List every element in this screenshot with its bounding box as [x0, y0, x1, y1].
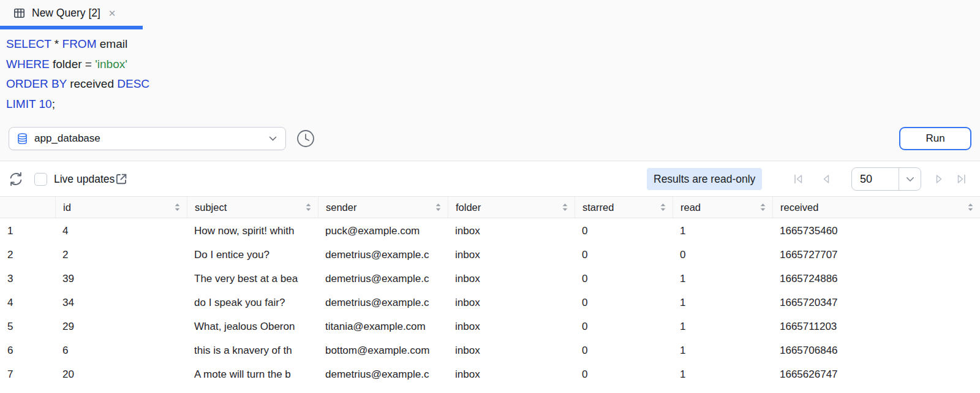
database-query-window: New Query [2] ✕ SELECT * FROM emailWHERE…	[0, 0, 980, 393]
cell-folder[interactable]: inbox	[448, 243, 575, 267]
row-number[interactable]: 1	[0, 219, 55, 243]
cell-subject[interactable]: A mote will turn the b	[187, 362, 318, 386]
row-number[interactable]: 5	[0, 315, 55, 338]
column-header-read[interactable]: read	[673, 197, 772, 218]
sort-icon	[967, 203, 974, 212]
cell-read[interactable]: 1	[673, 338, 772, 362]
sql-line: ORDER BY received DESC	[6, 74, 680, 94]
page-size-selector[interactable]: 50	[851, 167, 921, 191]
cell-read[interactable]: 1	[673, 267, 772, 291]
cell-received[interactable]: 1665720347	[772, 291, 980, 315]
cell-starred[interactable]: 0	[575, 291, 673, 315]
cell-id[interactable]: 34	[55, 291, 187, 315]
column-header-starred[interactable]: starred	[575, 197, 673, 218]
sort-icon	[434, 203, 442, 212]
sort-icon	[759, 203, 767, 212]
cell-sender[interactable]: puck@example.com	[318, 219, 448, 243]
cell-subject[interactable]: this is a knavery of th	[187, 338, 318, 362]
cell-starred[interactable]: 0	[575, 362, 673, 386]
column-header-folder[interactable]: folder	[448, 197, 575, 218]
cell-id[interactable]: 20	[55, 362, 187, 386]
run-query-button[interactable]: Run	[899, 127, 971, 150]
next-page-icon[interactable]	[932, 172, 946, 186]
cell-starred[interactable]: 0	[575, 219, 673, 243]
cell-subject[interactable]: do I speak you fair?	[187, 291, 318, 315]
row-number[interactable]: 6	[0, 338, 55, 362]
active-tab-indicator	[0, 26, 143, 29]
cell-id[interactable]: 29	[55, 315, 187, 338]
open-in-new-window-icon[interactable]	[114, 172, 129, 186]
cell-folder[interactable]: inbox	[448, 291, 575, 315]
query-section: New Query [2] ✕ SELECT * FROM emailWHERE…	[0, 0, 980, 161]
cell-sender[interactable]: demetrius@example.c	[318, 362, 448, 386]
cell-starred[interactable]: 0	[575, 338, 673, 362]
live-updates-label: Live updates	[54, 173, 115, 186]
database-selector[interactable]: app_database	[9, 127, 286, 150]
tab-new-query[interactable]: New Query [2] ✕	[0, 0, 143, 29]
cell-subject[interactable]: The very best at a bea	[187, 267, 318, 291]
selected-database-name: app_database	[34, 132, 269, 145]
table-header-row: idsubjectsenderfolderstarredreadreceived	[0, 196, 980, 218]
column-header-received[interactable]: received	[772, 197, 980, 218]
cell-read[interactable]: 1	[673, 291, 772, 315]
cell-subject[interactable]: Do I entice you?	[187, 243, 318, 267]
cell-received[interactable]: 1665706846	[772, 338, 980, 362]
cell-sender[interactable]: demetrius@example.c	[318, 291, 448, 315]
row-number[interactable]: 7	[0, 362, 55, 386]
tab-bar: New Query [2] ✕	[0, 0, 980, 29]
sql-editor[interactable]: SELECT * FROM emailWHERE folder = 'inbox…	[6, 34, 680, 114]
refresh-icon[interactable]	[8, 171, 24, 187]
cell-folder[interactable]: inbox	[448, 362, 575, 386]
table-row: 720A mote will turn the bdemetrius@examp…	[0, 362, 980, 386]
sql-line: SELECT * FROM email	[6, 34, 680, 55]
query-history-button[interactable]	[296, 129, 315, 148]
cell-read[interactable]: 1	[673, 219, 772, 243]
cell-sender[interactable]: demetrius@example.c	[318, 267, 448, 291]
row-number[interactable]: 3	[0, 267, 55, 291]
column-label: folder	[456, 202, 481, 213]
sql-line: WHERE folder = 'inbox'	[6, 55, 680, 75]
cell-sender[interactable]: demetrius@example.c	[318, 243, 448, 267]
previous-page-icon[interactable]	[820, 172, 833, 186]
cell-id[interactable]: 4	[55, 219, 187, 243]
cell-sender[interactable]: titania@example.com	[318, 315, 448, 338]
cell-received[interactable]: 1665626747	[772, 362, 980, 386]
cell-subject[interactable]: What, jealous Oberon	[187, 315, 318, 338]
column-header-sender[interactable]: sender	[318, 197, 448, 218]
cell-sender[interactable]: bottom@example.com	[318, 338, 448, 362]
live-updates-toggle[interactable]: Live updates	[34, 161, 115, 197]
cell-received[interactable]: 1665727707	[772, 243, 980, 267]
cell-id[interactable]: 6	[55, 338, 187, 362]
last-page-icon[interactable]	[955, 172, 968, 186]
column-header-id[interactable]: id	[55, 197, 187, 218]
cell-starred[interactable]: 0	[575, 267, 673, 291]
cell-folder[interactable]: inbox	[448, 315, 575, 338]
cell-received[interactable]: 1665735460	[772, 219, 980, 243]
table-row: 14How now, spirit! whithpuck@example.com…	[0, 219, 980, 243]
table-grid-icon	[12, 6, 26, 20]
cell-received[interactable]: 1665711203	[772, 315, 980, 338]
live-updates-checkbox[interactable]	[34, 173, 47, 186]
table-row: 22Do I entice you?demetrius@example.cinb…	[0, 243, 980, 267]
chevron-down-icon[interactable]	[899, 168, 921, 190]
row-number-header[interactable]	[0, 197, 55, 218]
sort-icon	[304, 203, 312, 212]
column-header-subject[interactable]: subject	[187, 197, 318, 218]
cell-read[interactable]: 1	[673, 362, 772, 386]
close-icon[interactable]: ✕	[108, 9, 116, 18]
cell-subject[interactable]: How now, spirit! whith	[187, 219, 318, 243]
cell-received[interactable]: 1665724886	[772, 267, 980, 291]
cell-folder[interactable]: inbox	[448, 338, 575, 362]
cell-folder[interactable]: inbox	[448, 267, 575, 291]
row-number[interactable]: 4	[0, 291, 55, 315]
table-row: 529What, jealous Oberontitania@example.c…	[0, 315, 980, 338]
cell-folder[interactable]: inbox	[448, 219, 575, 243]
first-page-icon[interactable]	[791, 172, 805, 186]
cell-id[interactable]: 2	[55, 243, 187, 267]
cell-starred[interactable]: 0	[575, 315, 673, 338]
cell-read[interactable]: 0	[673, 243, 772, 267]
cell-starred[interactable]: 0	[575, 243, 673, 267]
cell-read[interactable]: 1	[673, 315, 772, 338]
row-number[interactable]: 2	[0, 243, 55, 267]
cell-id[interactable]: 39	[55, 267, 187, 291]
